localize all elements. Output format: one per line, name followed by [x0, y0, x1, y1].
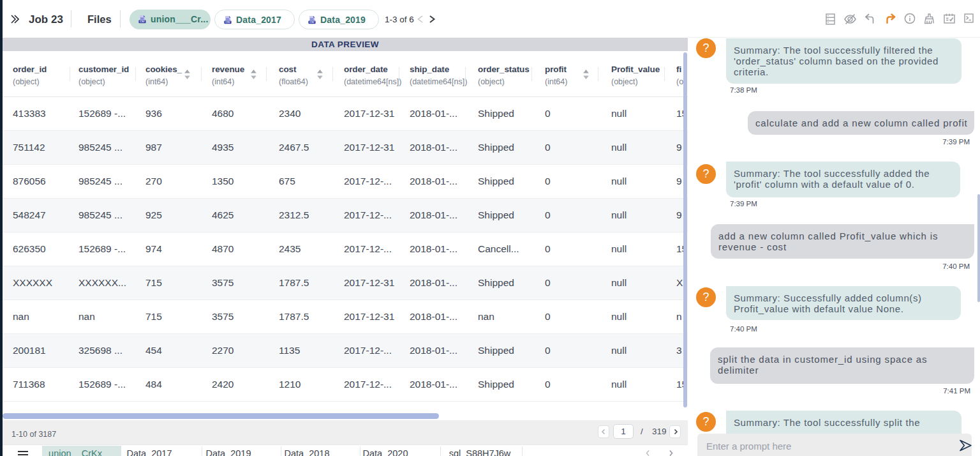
svg-text:CSV: CSV [309, 21, 315, 24]
svg-text:CSV: CSV [140, 20, 145, 23]
svg-text:CSV: CSV [225, 21, 230, 24]
